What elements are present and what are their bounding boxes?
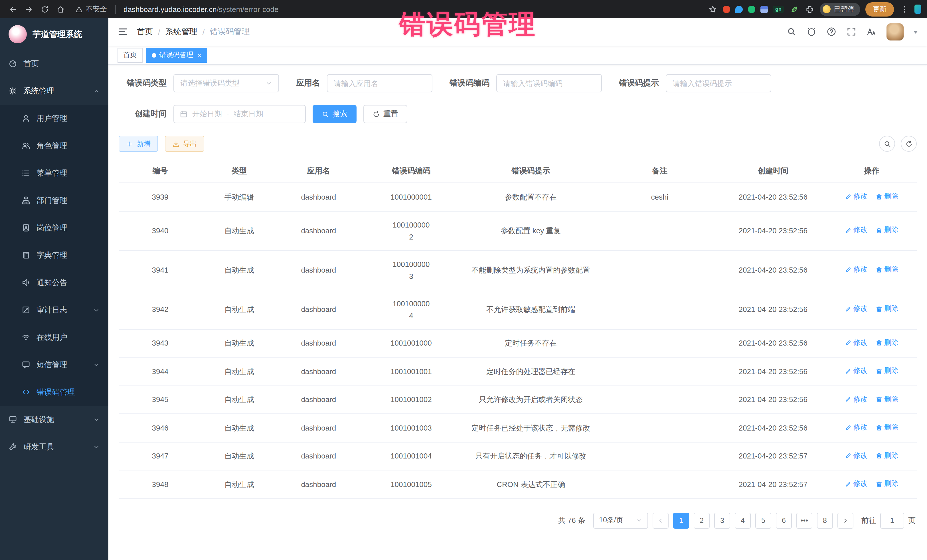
sidebar-item[interactable]: 短信管理 [0, 351, 108, 379]
security-chip[interactable]: 不安全 [75, 4, 107, 14]
start-date-placeholder: 开始日期 [192, 109, 222, 119]
sidebar-item[interactable]: 系统管理 [0, 77, 108, 105]
logo[interactable]: 芋道管理系统 [0, 18, 108, 50]
sidebar-item-label: 通知公告 [36, 278, 67, 288]
extension-icon-drop[interactable] [736, 5, 743, 13]
delete-icon [876, 424, 883, 431]
error-hint-input[interactable] [666, 74, 771, 93]
delete-link[interactable]: 删除 [876, 337, 898, 349]
header-search-icon[interactable] [787, 27, 797, 37]
extension-leaf-icon[interactable] [789, 4, 799, 14]
sidebar-item[interactable]: 岗位管理 [0, 214, 108, 242]
app-name-input[interactable] [327, 74, 432, 93]
url-bar[interactable]: dashboard.yudao.iocoder.cn/system/error-… [123, 5, 278, 14]
profile-paused-badge[interactable]: 已暂停 [820, 3, 860, 16]
update-button[interactable]: 更新 [865, 2, 894, 16]
help-icon[interactable] [827, 27, 837, 37]
edit-link[interactable]: 修改 [845, 478, 868, 490]
cell-id: 3944 [119, 357, 202, 385]
sidebar-item[interactable]: 研发工具 [0, 433, 108, 461]
delete-link[interactable]: 删除 [876, 365, 898, 377]
edit-icon [845, 339, 852, 346]
tab-home[interactable]: 首页 [117, 48, 143, 62]
delete-link[interactable]: 删除 [876, 393, 898, 405]
search-button[interactable]: 搜索 [313, 105, 357, 123]
delete-link[interactable]: 删除 [876, 422, 898, 433]
column-header: 应用名 [277, 160, 360, 183]
breadcrumb-system[interactable]: 系统管理 [166, 27, 198, 37]
cell-type: 自动生成 [202, 470, 277, 498]
edit-link[interactable]: 修改 [845, 303, 868, 315]
side-panel-chip[interactable] [915, 5, 921, 14]
next-page-button[interactable] [837, 512, 853, 528]
sidebar-item[interactable]: 基础设施 [0, 406, 108, 433]
edit-link[interactable]: 修改 [845, 365, 868, 377]
delete-link[interactable]: 删除 [876, 264, 898, 276]
reset-button[interactable]: 重置 [363, 105, 407, 123]
toggle-search-button[interactable] [879, 136, 895, 152]
delete-link[interactable]: 删除 [876, 225, 898, 237]
page-button[interactable]: 1 [673, 512, 689, 528]
sidebar-item[interactable]: 部门管理 [0, 187, 108, 214]
extension-badge[interactable]: gn [773, 5, 784, 13]
breadcrumb-home[interactable]: 首页 [137, 27, 153, 37]
reload-icon[interactable] [38, 2, 51, 16]
date-range-picker[interactable]: 开始日期 - 结束日期 [173, 105, 306, 123]
goto-page-input[interactable] [880, 512, 904, 528]
error-type-select[interactable]: 请选择错误码类型 [173, 74, 279, 93]
font-size-icon[interactable] [866, 27, 877, 37]
page-button[interactable]: 5 [755, 512, 771, 528]
edit-link[interactable]: 修改 [845, 225, 868, 237]
extension-icon-green[interactable] [748, 5, 755, 13]
sidebar-item[interactable]: 通知公告 [0, 269, 108, 296]
sidebar-item[interactable]: 审计日志 [0, 296, 108, 324]
sidebar-item[interactable]: 在线用户 [0, 324, 108, 351]
sidebar-item[interactable]: 首页 [0, 50, 108, 77]
fullscreen-icon[interactable] [846, 27, 857, 37]
delete-link[interactable]: 删除 [876, 478, 898, 490]
avatar-caret-icon[interactable] [913, 30, 918, 33]
error-code-input[interactable] [496, 74, 602, 93]
close-icon[interactable]: × [198, 52, 201, 58]
tab-error-code[interactable]: 错误码管理 × [146, 48, 207, 62]
page-button[interactable]: 8 [817, 512, 833, 528]
extension-icon-bars[interactable] [760, 5, 768, 13]
page-button[interactable]: 2 [694, 512, 710, 528]
edit-link[interactable]: 修改 [845, 190, 868, 202]
add-button[interactable]: 新增 [119, 136, 158, 152]
user-avatar[interactable] [886, 23, 904, 41]
sidebar-item[interactable]: 菜单管理 [0, 160, 108, 187]
refresh-table-button[interactable] [901, 136, 917, 152]
github-icon[interactable] [807, 27, 817, 37]
edit-link[interactable]: 修改 [845, 337, 868, 349]
sidebar-item[interactable]: 角色管理 [0, 132, 108, 160]
kebab-menu-icon[interactable] [899, 4, 909, 14]
more-pages-button[interactable]: ••• [796, 512, 812, 528]
forward-icon[interactable] [22, 2, 35, 16]
page-button[interactable]: 3 [714, 512, 730, 528]
sidebar-item[interactable]: 用户管理 [0, 105, 108, 132]
back-icon[interactable] [6, 2, 20, 16]
range-separator: - [226, 110, 229, 118]
export-button[interactable]: 导出 [165, 136, 204, 152]
edit-link[interactable]: 修改 [845, 264, 868, 276]
extensions-puzzle-icon[interactable] [804, 4, 815, 14]
hamburger-icon[interactable] [117, 26, 129, 38]
edit-link[interactable]: 修改 [845, 450, 868, 461]
prev-page-button[interactable] [653, 512, 669, 528]
page-button[interactable]: 6 [776, 512, 792, 528]
delete-link[interactable]: 删除 [876, 303, 898, 315]
sidebar-item-label: 错误码管理 [36, 387, 75, 398]
delete-link[interactable]: 删除 [876, 190, 898, 202]
edit-link[interactable]: 修改 [845, 422, 868, 433]
home-icon[interactable] [54, 2, 67, 16]
extension-icon-red[interactable] [723, 5, 730, 13]
column-header: 编号 [119, 160, 202, 183]
bookmark-star-icon[interactable] [707, 4, 718, 14]
delete-link[interactable]: 删除 [876, 450, 898, 461]
sidebar-item[interactable]: 错误码管理 [0, 379, 108, 406]
sidebar-item[interactable]: 字典管理 [0, 242, 108, 269]
page-button[interactable]: 4 [735, 512, 751, 528]
edit-link[interactable]: 修改 [845, 393, 868, 405]
page-size-select[interactable]: 10条/页 [593, 512, 648, 528]
